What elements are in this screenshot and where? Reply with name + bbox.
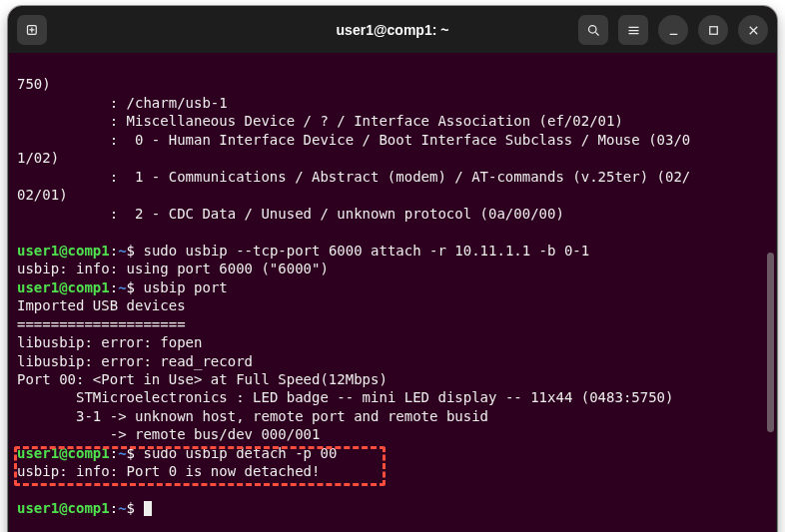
- hamburger-icon: [626, 23, 641, 38]
- output-line: STMicroelectronics : LED badge -- mini L…: [17, 389, 673, 405]
- output-line: -> remote bus/dev 000/001: [17, 426, 320, 442]
- terminal-body[interactable]: 750) : /charm/usb-1 : Miscellaneous Devi…: [9, 53, 776, 532]
- prompt-colon: :: [110, 279, 118, 295]
- prompt-path: ~: [118, 243, 126, 259]
- minimize-button[interactable]: [658, 15, 688, 45]
- menu-button[interactable]: [618, 15, 648, 45]
- output-line: : 0 - Human Interface Device / Boot Inte…: [17, 132, 690, 148]
- maximize-button[interactable]: [698, 15, 728, 45]
- output-line: 750): [17, 76, 51, 92]
- output-line: : 2 - CDC Data / Unused / unknown protoc…: [17, 206, 564, 222]
- prompt-path: ~: [118, 445, 126, 461]
- text-cursor: [144, 501, 152, 516]
- output-line: 02/01): [17, 187, 68, 203]
- prompt-dollar: $: [127, 445, 144, 461]
- new-tab-button[interactable]: [17, 15, 47, 45]
- prompt-colon: :: [110, 445, 118, 461]
- new-tab-icon: [25, 23, 40, 38]
- command-text: sudo usbip --tcp-port 6000 attach -r 10.…: [143, 243, 589, 259]
- prompt-path: ~: [118, 279, 126, 295]
- output-line: Imported USB devices: [17, 297, 186, 313]
- prompt-user: user1@comp1: [17, 279, 110, 295]
- output-line: libusbip: error: read_record: [17, 353, 253, 369]
- output-line: usbip: info: using port 6000 ("6000"): [17, 261, 329, 276]
- command-text: sudo usbip detach -p 00: [143, 445, 337, 461]
- prompt-user: user1@comp1: [17, 243, 110, 259]
- prompt-user: user1@comp1: [17, 500, 110, 516]
- scrollbar-thumb[interactable]: [767, 253, 774, 432]
- close-button[interactable]: [738, 15, 768, 45]
- output-line: : Miscellaneous Device / ? / Interface A…: [17, 113, 623, 129]
- output-line: ====================: [17, 316, 186, 332]
- maximize-icon: [706, 23, 721, 38]
- prompt-dollar: $: [127, 500, 144, 516]
- svg-point-1: [588, 25, 596, 33]
- output-line: 1/02): [17, 150, 59, 166]
- close-icon: [746, 23, 761, 38]
- output-line: libusbip: error: fopen: [17, 334, 202, 350]
- minimize-icon: [666, 23, 681, 38]
- terminal-window: user1@comp1: ~ 750) : /charm/usb-1 : Mis…: [8, 6, 777, 532]
- output-line: 3-1 -> unknown host, remote port and rem…: [17, 408, 488, 424]
- prompt-user: user1@comp1: [17, 445, 110, 461]
- output-line: Port 00: <Port in Use> at Full Speed(12M…: [17, 371, 388, 387]
- prompt-colon: :: [110, 243, 118, 259]
- prompt-dollar: $: [127, 243, 144, 259]
- prompt-path: ~: [118, 500, 126, 516]
- command-text: usbip port: [143, 279, 227, 295]
- output-line: usbip: info: Port 0 is now detached!: [17, 463, 320, 479]
- svg-rect-2: [709, 26, 717, 34]
- output-line: : 1 - Communications / Abstract (modem) …: [17, 169, 690, 185]
- titlebar: user1@comp1: ~: [9, 7, 776, 53]
- prompt-colon: :: [110, 500, 118, 516]
- search-icon: [586, 23, 601, 38]
- output-line: : /charm/usb-1: [17, 95, 228, 111]
- prompt-dollar: $: [127, 279, 144, 295]
- search-button[interactable]: [578, 15, 608, 45]
